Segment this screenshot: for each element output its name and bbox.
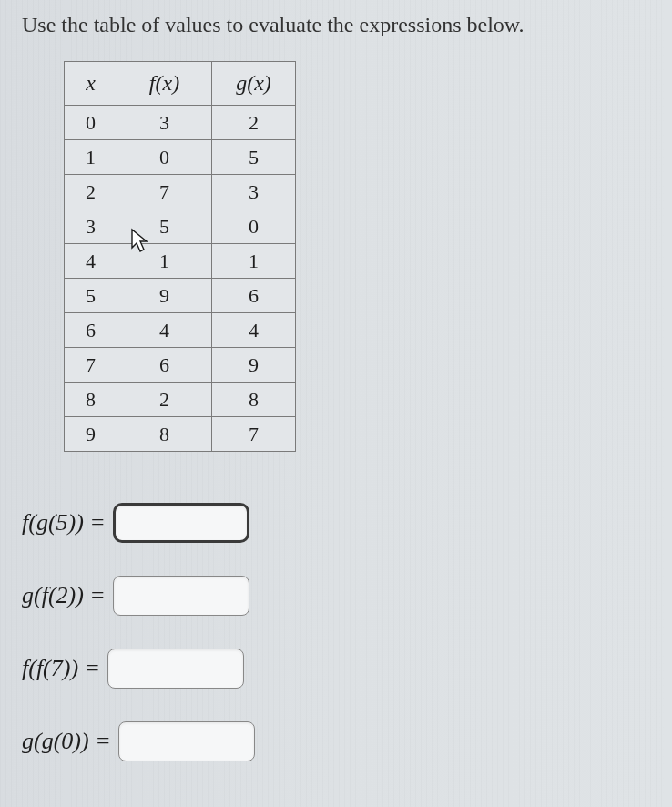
cell-gx: 1 [212, 244, 296, 279]
instruction-text: Use the table of values to evaluate the … [22, 13, 656, 37]
table-row: 644 [65, 313, 296, 348]
arrow-cursor-icon [129, 228, 151, 255]
function-table-container: x f(x) g(x) 0321052733504115966447698289… [64, 61, 296, 452]
answer-input[interactable] [113, 576, 249, 616]
table-header-row: x f(x) g(x) [65, 62, 296, 106]
answer-input[interactable] [118, 721, 255, 761]
header-gx: g(x) [212, 62, 296, 106]
cell-x: 7 [65, 348, 117, 383]
table-row: 105 [65, 140, 296, 175]
answer-input[interactable] [107, 649, 244, 689]
cell-gx: 6 [212, 279, 296, 313]
cell-fx: 8 [117, 417, 212, 452]
expression-row: g(f(2)) = [22, 576, 656, 616]
function-table: x f(x) g(x) 0321052733504115966447698289… [64, 61, 296, 452]
expression-label: f(g(5)) = [22, 509, 106, 536]
cell-x: 1 [65, 140, 117, 175]
cell-gx: 5 [212, 140, 296, 175]
cell-fx: 6 [117, 348, 212, 383]
cell-fx: 4 [117, 313, 212, 348]
header-x: x [65, 62, 117, 106]
cell-x: 5 [65, 279, 117, 313]
cell-gx: 8 [212, 383, 296, 417]
expression-label: g(g(0)) = [22, 728, 111, 755]
cell-gx: 9 [212, 348, 296, 383]
cell-x: 0 [65, 106, 117, 140]
table-row: 411 [65, 244, 296, 279]
cell-x: 2 [65, 175, 117, 209]
table-row: 032 [65, 106, 296, 140]
expression-row: g(g(0)) = [22, 721, 656, 761]
cell-fx: 7 [117, 175, 212, 209]
header-fx: f(x) [117, 62, 212, 106]
expression-row: f(g(5)) = [22, 503, 656, 543]
cell-gx: 0 [212, 209, 296, 244]
cell-x: 6 [65, 313, 117, 348]
table-row: 273 [65, 175, 296, 209]
cell-x: 8 [65, 383, 117, 417]
table-row: 596 [65, 279, 296, 313]
expression-label: f(f(7)) = [22, 655, 100, 682]
cell-gx: 7 [212, 417, 296, 452]
cell-gx: 4 [212, 313, 296, 348]
cell-fx: 0 [117, 140, 212, 175]
answer-input[interactable] [113, 503, 249, 543]
cell-fx: 2 [117, 383, 212, 417]
table-row: 987 [65, 417, 296, 452]
table-row: 828 [65, 383, 296, 417]
cell-gx: 3 [212, 175, 296, 209]
cell-x: 3 [65, 209, 117, 244]
cell-gx: 2 [212, 106, 296, 140]
expression-list: f(g(5)) =g(f(2)) =f(f(7)) =g(g(0)) = [22, 503, 656, 761]
table-row: 350 [65, 209, 296, 244]
expression-row: f(f(7)) = [22, 649, 656, 689]
cell-fx: 9 [117, 279, 212, 313]
cell-x: 4 [65, 244, 117, 279]
expression-label: g(f(2)) = [22, 582, 106, 609]
table-row: 769 [65, 348, 296, 383]
cell-x: 9 [65, 417, 117, 452]
cell-fx: 3 [117, 106, 212, 140]
